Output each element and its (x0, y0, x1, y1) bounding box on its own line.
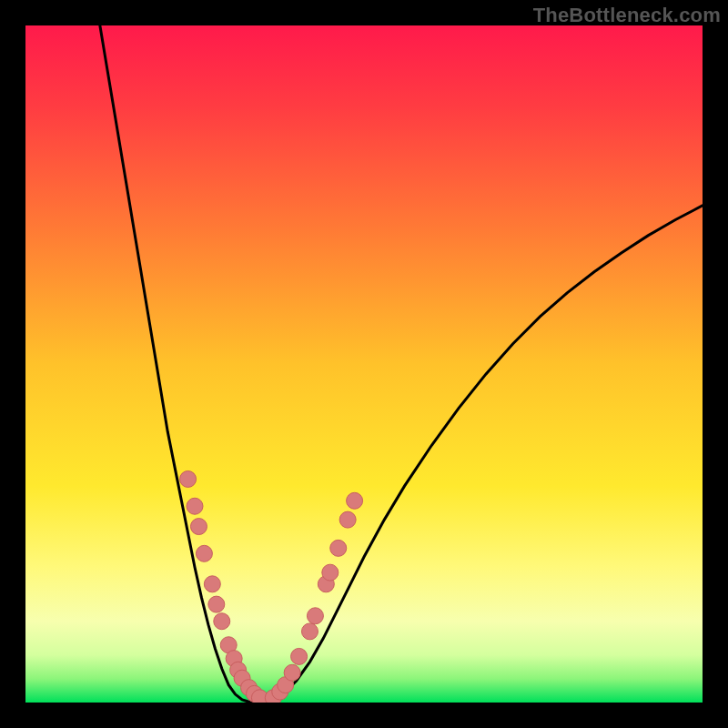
gradient-background (25, 25, 703, 703)
curve-marker (204, 576, 220, 592)
chart-frame: TheBottleneck.com (0, 0, 728, 728)
curve-marker (347, 492, 363, 509)
curve-marker (190, 519, 207, 535)
curve-marker (214, 613, 230, 630)
curve-marker (284, 664, 300, 681)
watermark-text: TheBottleneck.com (533, 4, 721, 27)
curve-marker (180, 470, 197, 487)
plot-svg (25, 25, 703, 703)
curve-marker (187, 498, 203, 514)
curve-marker (339, 511, 356, 528)
curve-marker (301, 623, 318, 640)
curve-marker (307, 608, 323, 624)
plot-area (25, 25, 703, 703)
curve-marker (322, 564, 339, 581)
curve-marker (208, 596, 225, 612)
curve-marker (330, 540, 347, 556)
curve-marker (291, 648, 308, 664)
curve-marker (196, 545, 212, 561)
